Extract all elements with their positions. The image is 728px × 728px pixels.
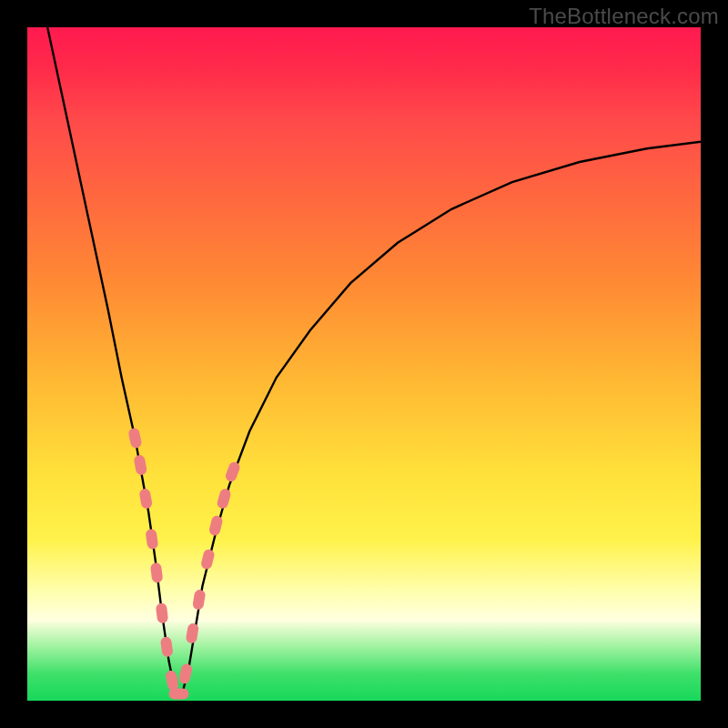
marker-pill: [208, 514, 224, 536]
marker-pill: [186, 622, 199, 644]
marker-pill: [133, 454, 147, 476]
marker-pill: [145, 529, 158, 550]
marker-pill: [216, 488, 232, 510]
marker-pill: [169, 689, 189, 700]
plot-area: [27, 27, 701, 701]
marker-pill: [192, 589, 206, 611]
marker-pill: [177, 662, 193, 684]
marker-pill: [127, 427, 142, 449]
marker-pill: [156, 602, 169, 623]
bottleneck-curve-path: [47, 27, 701, 694]
curve-layer: [47, 27, 701, 694]
marker-pill: [150, 562, 164, 583]
marker-pill: [138, 488, 153, 510]
markers-layer: [127, 427, 241, 699]
marker-pill: [200, 548, 216, 570]
outer-frame: TheBottleneck.com: [0, 0, 728, 728]
marker-pill: [224, 460, 241, 483]
chart-svg: [27, 27, 701, 701]
watermark-text: TheBottleneck.com: [529, 4, 719, 29]
marker-pill: [160, 636, 174, 657]
marker-pill: [165, 670, 179, 692]
